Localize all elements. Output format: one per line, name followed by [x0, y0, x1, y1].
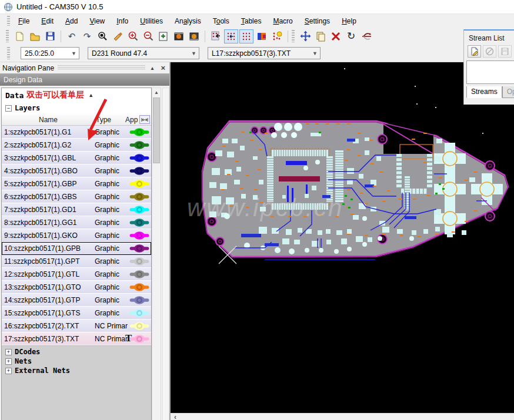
- menu-item-analysis[interactable]: Analysis: [169, 15, 207, 27]
- layer-name[interactable]: 15:szzkpcb0517(1).GTS: [2, 309, 95, 317]
- menu-item-settings[interactable]: Settings: [299, 15, 336, 27]
- close-pane-button[interactable]: ×: [159, 63, 167, 72]
- layer-name[interactable]: 4:szzkpcb0517(1).GBO: [2, 167, 95, 175]
- layer-name[interactable]: 12:szzkpcb0517(1).GTL: [2, 270, 95, 278]
- layer-type[interactable]: Graphic: [95, 219, 128, 227]
- menu-item-view[interactable]: View: [84, 15, 111, 27]
- layer-type[interactable]: Graphic: [95, 154, 128, 162]
- layer-name[interactable]: 8:szzkpcb0517(1).GG1: [2, 219, 95, 227]
- layer-color-swatch[interactable]: [128, 140, 151, 150]
- save-stream-button[interactable]: [498, 45, 512, 58]
- stream-list-box[interactable]: [466, 61, 514, 84]
- layer-name[interactable]: 6:szzkpcb0517(1).GBS: [2, 193, 95, 201]
- layer-color-swatch[interactable]: [128, 257, 151, 266]
- snap-grid-1-icon[interactable]: [224, 29, 238, 43]
- save-button[interactable]: [43, 29, 57, 43]
- open-file-button[interactable]: [28, 29, 42, 43]
- aperture-ratio-combo[interactable]: 25.0:25.0▼: [21, 47, 79, 59]
- menu-item-utilities[interactable]: Utilities: [134, 15, 169, 27]
- clean-brush-icon[interactable]: [111, 29, 125, 43]
- zoom-in-icon[interactable]: [126, 29, 140, 43]
- dcode-combo[interactable]: D231 Round 47.4▼: [88, 47, 199, 59]
- scroll-up-icon[interactable]: ▲: [152, 88, 161, 97]
- column-name[interactable]: Name: [2, 116, 95, 124]
- menu-item-edit[interactable]: Edit: [35, 15, 59, 27]
- query-magnifier-icon[interactable]: [95, 29, 109, 43]
- table-row[interactable]: 17:szzkpcb0517(3).TXTNC PrimaryT: [2, 332, 151, 345]
- layer-color-swatch[interactable]: [128, 231, 151, 240]
- expand-box-icon[interactable]: +: [5, 358, 12, 365]
- layer-name[interactable]: 11:szzkpcb0517(1).GPT: [2, 257, 95, 266]
- table-row[interactable]: 4:szzkpcb0517(1).GBOGraphic: [2, 164, 151, 177]
- layer-name[interactable]: 16:szzkpcb0517(2).TXT: [2, 322, 95, 330]
- tree-node-nets[interactable]: +Nets: [2, 357, 151, 366]
- layer-name[interactable]: 2:szzkpcb0517(1).G2: [2, 141, 95, 149]
- menu-item-macro[interactable]: Macro: [267, 15, 298, 27]
- menu-item-file[interactable]: File: [12, 15, 35, 27]
- scroll-left-icon[interactable]: ‹: [171, 414, 176, 420]
- layer-color-swatch[interactable]: [128, 218, 151, 227]
- toolbar-grip[interactable]: [292, 30, 295, 42]
- table-row[interactable]: 6:szzkpcb0517(1).GBSGraphic: [2, 190, 151, 203]
- table-row[interactable]: 7:szzkpcb0517(1).GD1Graphic: [2, 203, 151, 216]
- mirror-icon[interactable]: [359, 29, 373, 43]
- menu-item-info[interactable]: Info: [111, 15, 134, 27]
- tree-node-layers[interactable]: Layers: [15, 104, 40, 112]
- film-view-2-icon[interactable]: [187, 29, 201, 43]
- layer-color-swatch[interactable]: [128, 321, 151, 331]
- layer-type[interactable]: Graphic: [95, 283, 128, 291]
- table-row[interactable]: 16:szzkpcb0517(2).TXTNC Primary: [2, 320, 151, 332]
- layer-type[interactable]: Graphic: [95, 180, 128, 188]
- layer-name[interactable]: 3:szzkpcb0517(1).GBL: [2, 154, 95, 162]
- collapse-caret-icon[interactable]: ▲: [88, 92, 94, 98]
- layer-type[interactable]: Graphic: [95, 296, 128, 304]
- layer-name[interactable]: 10:szzkpcb0517(1).GPB: [2, 244, 95, 253]
- highlight-dots-icon[interactable]: [270, 29, 284, 43]
- pcb-canvas[interactable]: www.ipcb.cn: [171, 62, 514, 413]
- active-layer-combo[interactable]: L17:szzkpcb0517(3).TXT▼: [208, 47, 321, 59]
- layer-type[interactable]: Graphic: [95, 206, 128, 214]
- new-stream-button[interactable]: [468, 45, 481, 58]
- film-view-1-icon[interactable]: [172, 29, 186, 43]
- table-row[interactable]: 3:szzkpcb0517(1).GBLGraphic: [2, 152, 151, 164]
- layer-type[interactable]: NC Primary: [95, 335, 128, 343]
- menu-item-help[interactable]: Help: [336, 15, 362, 27]
- layer-color-swatch[interactable]: [128, 205, 151, 214]
- column-resize-button[interactable]: [139, 115, 150, 124]
- toolbar-grip[interactable]: [7, 16, 10, 25]
- layer-color-swatch[interactable]: [128, 283, 151, 292]
- tree-node-dcodes[interactable]: +DCodes: [2, 347, 151, 357]
- layer-color-swatch[interactable]: T: [128, 334, 151, 344]
- color-palette-icon[interactable]: [255, 29, 269, 43]
- collapse-pane-button[interactable]: ▴: [149, 65, 155, 71]
- layer-color-swatch[interactable]: [128, 192, 151, 201]
- scrollbar-thumb[interactable]: [153, 98, 160, 163]
- edit-stream-button[interactable]: [483, 45, 496, 58]
- table-row[interactable]: 14:szzkpcb0517(1).GTPGraphic: [2, 294, 151, 307]
- layer-name[interactable]: 14:szzkpcb0517(1).GTP: [2, 296, 95, 304]
- layer-type[interactable]: Graphic: [95, 309, 128, 317]
- layer-type[interactable]: Graphic: [95, 244, 128, 253]
- expand-box-icon[interactable]: +: [5, 349, 12, 355]
- pane-grip[interactable]: [58, 65, 145, 70]
- table-row[interactable]: 1:szzkpcb0517(1).G1Graphic: [2, 126, 151, 139]
- flash-grid-arrow-icon[interactable]: [209, 29, 223, 43]
- layer-color-swatch[interactable]: [128, 308, 151, 318]
- tab-streams[interactable]: Streams: [466, 86, 502, 98]
- delete-icon[interactable]: [329, 29, 343, 43]
- table-row[interactable]: 9:szzkpcb0517(1).GKOGraphic: [2, 229, 151, 242]
- layer-type[interactable]: Graphic: [95, 193, 128, 201]
- layer-name[interactable]: 5:szzkpcb0517(1).GBP: [2, 180, 95, 188]
- new-file-button[interactable]: [12, 29, 26, 43]
- redo-icon[interactable]: ↷: [80, 29, 94, 43]
- layer-name[interactable]: 9:szzkpcb0517(1).GKO: [2, 231, 95, 240]
- tree-node-data[interactable]: Data: [5, 91, 24, 100]
- menu-item-tables[interactable]: Tables: [235, 15, 268, 27]
- tab-options[interactable]: Options: [502, 86, 514, 98]
- table-row[interactable]: 2:szzkpcb0517(1).G2Graphic: [2, 139, 151, 152]
- layer-type[interactable]: Graphic: [95, 128, 128, 136]
- layer-type[interactable]: Graphic: [95, 167, 128, 175]
- layer-color-swatch[interactable]: [128, 270, 151, 279]
- table-row[interactable]: 15:szzkpcb0517(1).GTSGraphic: [2, 307, 151, 320]
- layer-color-swatch[interactable]: [128, 295, 151, 305]
